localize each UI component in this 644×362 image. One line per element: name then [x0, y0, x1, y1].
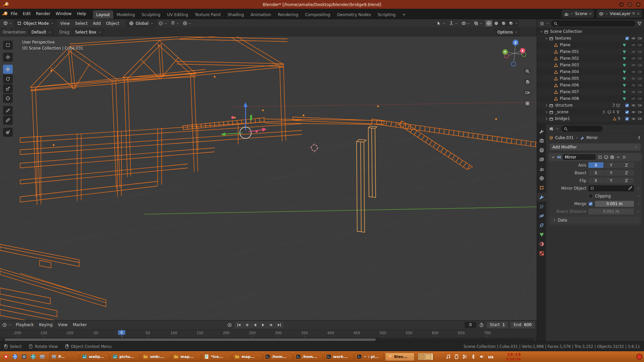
eye-icon[interactable] — [631, 43, 636, 47]
workspace-tab-modeling[interactable]: Modeling — [113, 10, 139, 19]
jump-first-button[interactable] — [235, 322, 243, 328]
taskbar-app-8-hom[interactable]: /hom... — [293, 353, 323, 361]
annotate-tool[interactable] — [3, 106, 13, 115]
scissors-icon[interactable] — [462, 354, 468, 359]
clock[interactable]: 19:19 5/14/24 — [506, 352, 521, 361]
play-reverse-button[interactable] — [251, 322, 259, 328]
transform-orientation-select[interactable]: Global — [126, 20, 156, 27]
workspace-tab-texture-paint[interactable]: Texture Paint — [192, 10, 224, 19]
viewport-canvas[interactable]: Z X Y User Perspective (0) Scene Collect… — [0, 37, 537, 320]
outliner-row-plane-008[interactable]: Plane.008 — [537, 95, 644, 102]
viewlayer-selector[interactable]: ViewLayer — [597, 10, 642, 18]
axis-z-button[interactable]: Z — [619, 162, 634, 168]
pivot-point-button[interactable] — [157, 20, 168, 26]
launcher-files[interactable] — [38, 353, 46, 361]
eye-icon[interactable] — [631, 36, 636, 41]
scene-selector[interactable]: Scene — [562, 10, 594, 18]
workspace-tab-layout[interactable]: Layout — [93, 10, 113, 19]
eye-icon[interactable] — [631, 76, 636, 81]
camera-icon[interactable] — [638, 43, 642, 47]
workspace-tab-rendering[interactable]: Rendering — [274, 10, 302, 19]
outliner-row-plane-006[interactable]: Plane.006 — [537, 82, 644, 88]
workspace-add-button[interactable]: + — [399, 10, 409, 19]
timeline-menu-view[interactable]: View — [55, 321, 70, 328]
minimize-button[interactable]: − — [618, 1, 625, 8]
menu-edit[interactable]: Edit — [20, 10, 33, 17]
outliner-row-scene[interactable]: _scene4 — [537, 109, 644, 115]
current-frame-marker[interactable]: 0 — [118, 330, 125, 335]
axis-y-button[interactable]: Y — [604, 162, 619, 168]
properties-search-input[interactable] — [561, 126, 603, 132]
keyboard-layout-indicator[interactable]: us — [488, 354, 493, 359]
eye-icon[interactable] — [631, 83, 636, 87]
outliner-search-input[interactable] — [551, 20, 635, 26]
menu-help[interactable]: Help — [74, 10, 89, 17]
gizmo-plane-handle[interactable] — [231, 116, 234, 119]
menu-file[interactable]: File — [8, 10, 20, 17]
modifier-extras-button[interactable] — [616, 155, 621, 160]
camera-icon[interactable] — [638, 56, 642, 61]
measure-tool[interactable] — [3, 116, 13, 125]
gizmo-button[interactable] — [448, 20, 459, 26]
overlays-button[interactable] — [460, 20, 471, 26]
editor-timeline-icon[interactable] — [2, 322, 7, 327]
eye-icon[interactable] — [631, 70, 636, 74]
realtime-toggle-icon[interactable] — [604, 155, 608, 160]
taskbar-app-11-blen[interactable]: Blen... — [385, 353, 415, 361]
camera-icon[interactable] — [638, 36, 642, 41]
launcher-globe2[interactable] — [29, 353, 37, 361]
snapping-button[interactable] — [169, 20, 180, 26]
bisect-y-button[interactable]: Y — [604, 170, 619, 176]
start-frame-field[interactable]: Start1 — [487, 322, 508, 328]
outliner-row-plane-004[interactable]: Plane.004 — [537, 68, 644, 75]
bisect-x-button[interactable]: X — [588, 170, 603, 176]
editor-type-button[interactable] — [2, 20, 13, 26]
scale-tool[interactable] — [3, 84, 13, 93]
eye-icon[interactable] — [631, 56, 636, 61]
pin-icon[interactable] — [637, 136, 641, 140]
clipboard-icon[interactable] — [454, 354, 459, 359]
cursor-3d-tool[interactable] — [3, 53, 13, 62]
current-frame-field[interactable]: 0 — [465, 322, 477, 328]
play-button[interactable] — [259, 322, 267, 328]
timeline-menu-marker[interactable]: Marker — [70, 321, 89, 328]
eye-icon[interactable] — [631, 110, 636, 114]
menu-render[interactable]: Render — [33, 10, 53, 17]
properties-tab-physics[interactable] — [537, 212, 546, 220]
xray-button[interactable] — [473, 20, 484, 26]
taskbar-app-2-pictu[interactable]: pictu... — [110, 353, 140, 361]
taskbar-app-6-map[interactable]: map... — [232, 353, 262, 361]
properties-tab-constraints[interactable] — [537, 221, 546, 230]
camera-icon[interactable] — [638, 50, 642, 54]
properties-tab-tool[interactable] — [537, 127, 546, 136]
taskbar-app-9-work[interactable]: work... — [324, 353, 354, 361]
workspace-tab-shading[interactable]: Shading — [224, 10, 247, 19]
close-window-button[interactable]: × — [635, 1, 641, 8]
prev-key-button[interactable] — [243, 322, 251, 328]
editor-properties-icon[interactable] — [549, 126, 554, 131]
flip-x-button[interactable]: X — [588, 178, 603, 183]
camera-icon[interactable] — [638, 110, 642, 114]
chevron-right-icon[interactable] — [544, 103, 549, 108]
camera-icon[interactable] — [638, 76, 642, 81]
navigation-gizmo[interactable]: Z X Y — [502, 40, 526, 66]
eye-icon[interactable] — [631, 97, 636, 101]
viewport-menu-object[interactable]: Object — [103, 20, 122, 27]
clipping-checkbox[interactable]: Clipping — [588, 194, 634, 198]
outliner-row-plane-005[interactable]: Plane.005 — [537, 75, 644, 82]
filter-icon[interactable] — [637, 21, 642, 26]
hand-button[interactable] — [524, 78, 531, 86]
decorator-dot-icon[interactable] — [637, 187, 640, 190]
chevron-down-icon[interactable] — [544, 36, 549, 41]
eye-icon[interactable] — [631, 117, 636, 121]
autokey-button[interactable] — [226, 322, 233, 328]
checkbox-checked-icon[interactable] — [625, 36, 629, 41]
shading-wireframe-button[interactable] — [485, 20, 492, 26]
outliner-row-textures[interactable]: textures — [537, 35, 644, 42]
outliner-row-plane-001[interactable]: Plane.001 — [537, 48, 644, 55]
taskbar-app-7-hom[interactable]: /hom... — [263, 353, 292, 361]
taskbar-app-5-ice[interactable]: *ice... — [202, 353, 231, 361]
transform-tool[interactable] — [3, 94, 13, 103]
camera-icon[interactable] — [638, 103, 642, 108]
properties-tab-texture[interactable] — [537, 249, 546, 258]
